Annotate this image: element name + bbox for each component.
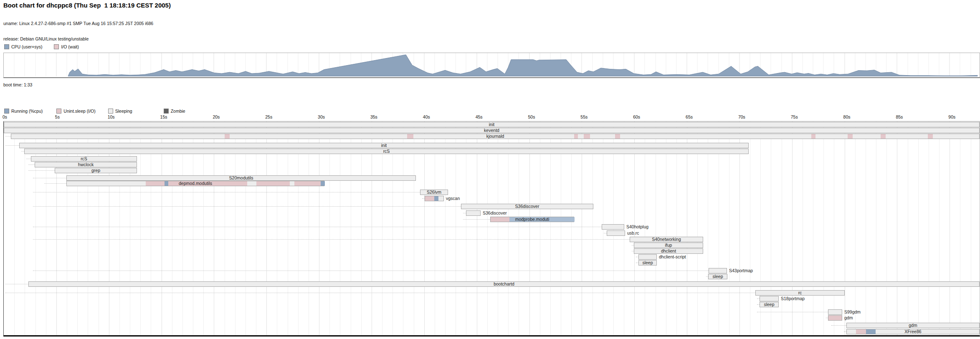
axis-tick-label: 15s xyxy=(160,114,167,119)
process-bar xyxy=(466,210,481,216)
process-label: vgscan xyxy=(446,196,460,201)
gridline xyxy=(813,121,813,335)
process-bar xyxy=(828,315,842,321)
legend-swatch-icon xyxy=(164,109,169,114)
cpu-chart-legend: CPU (user+sys)I/O (wait) xyxy=(4,44,91,49)
gridline xyxy=(971,121,971,335)
legend-label: Sleeping xyxy=(115,109,132,114)
axis-tick-label: 10s xyxy=(108,114,115,119)
axis-tick-label: 30s xyxy=(318,114,325,119)
legend-swatch-icon xyxy=(56,109,61,114)
process-label: dhclient-script xyxy=(659,254,686,260)
legend-item: Unint.sleep (I/O) xyxy=(56,109,95,114)
process-bar xyxy=(602,224,624,230)
process-label: ifup xyxy=(634,243,703,248)
axis-tick-label: 50s xyxy=(528,114,535,119)
tree-connector xyxy=(33,206,461,207)
gridline xyxy=(897,121,897,335)
boot-time-line: boot time: 1:33 xyxy=(3,82,153,87)
gridline xyxy=(750,121,750,335)
legend-label: Zombie xyxy=(171,109,185,114)
axis-tick-label: 80s xyxy=(843,114,851,119)
process-label: S36discover xyxy=(483,210,507,216)
process-label: usb.rc xyxy=(627,230,639,236)
axis-tick-label: 60s xyxy=(633,114,640,119)
axis-tick-label: 40s xyxy=(423,114,430,119)
tree-connector xyxy=(5,293,755,293)
legend-label: I/O (wait) xyxy=(61,44,79,49)
process-label: init xyxy=(4,122,980,127)
axis-tick-label: 85s xyxy=(896,114,903,119)
process-bar xyxy=(709,268,727,273)
process-gantt-chart: initkeventdkjournaldinitrcSrcShwclockgre… xyxy=(3,121,980,336)
process-label: rc xyxy=(755,290,845,296)
process-label: S18portmap xyxy=(781,296,805,301)
cpu-usage-area xyxy=(68,55,977,76)
page-title: Boot chart for dhcppc8 (Thu Sep 1 18:18:… xyxy=(3,2,171,9)
process-chart-legend: Running (%cpu)Unint.sleep (I/O)SleepingZ… xyxy=(4,109,197,114)
release-line: release: Debian GNU/Linux testing/unstab… xyxy=(3,36,153,41)
tree-connector xyxy=(21,151,24,152)
gridline xyxy=(960,121,960,335)
process-label: S99gdm xyxy=(844,309,861,315)
tree-connector xyxy=(26,159,31,159)
process-label: hwclock xyxy=(35,162,137,167)
process-label: S40hotplug xyxy=(626,224,648,230)
process-bar xyxy=(760,296,779,301)
process-label: XFree86 xyxy=(846,329,980,334)
gridline xyxy=(803,121,803,335)
gridline xyxy=(939,121,939,335)
legend-swatch-icon xyxy=(4,109,9,114)
axis-tick-label: 75s xyxy=(791,114,798,119)
tree-connector xyxy=(5,284,28,284)
process-bar xyxy=(828,309,842,315)
axis-tick-label: 20s xyxy=(213,114,220,119)
tree-connector xyxy=(33,227,602,227)
gridline xyxy=(866,121,866,335)
legend-item: Zombie xyxy=(164,109,185,114)
process-label: init xyxy=(19,143,749,148)
process-label: grep xyxy=(55,168,137,173)
legend-swatch-icon xyxy=(108,109,113,114)
gridline xyxy=(876,121,876,335)
axis-tick-label: 0s xyxy=(3,114,7,119)
tree-connector xyxy=(33,192,420,192)
process-label: S20modutils xyxy=(66,175,416,181)
process-label: sleep xyxy=(760,302,779,307)
process-label: rcS xyxy=(31,156,137,162)
tree-connector xyxy=(463,213,466,213)
legend-swatch-icon xyxy=(54,44,59,49)
process-label: depmod.modutils xyxy=(66,181,324,186)
process-bar xyxy=(638,254,657,260)
process-label: gdm xyxy=(844,315,853,321)
axis-tick-label: 5s xyxy=(55,114,60,119)
bootchart-page: Boot chart for dhcppc8 (Thu Sep 1 18:18:… xyxy=(0,0,980,339)
legend-item: I/O (wait) xyxy=(54,44,79,49)
time-axis: 0s5s10s15s20s25s30s35s40s45s50s55s60s65s… xyxy=(0,114,980,120)
tree-connector xyxy=(28,170,55,171)
process-label: S26lvm xyxy=(420,190,448,195)
axis-tick-label: 70s xyxy=(738,114,745,119)
legend-label: CPU (user+sys) xyxy=(11,44,42,49)
axis-tick-label: 55s xyxy=(580,114,587,119)
cpu-area-plot xyxy=(4,53,979,76)
process-label: dhclient xyxy=(634,248,703,254)
tree-connector xyxy=(757,312,828,312)
gridline xyxy=(855,121,856,335)
axis-tick-label: 35s xyxy=(370,114,377,119)
legend-swatch-icon xyxy=(4,44,9,49)
process-label: bootchartd xyxy=(28,281,980,287)
gridline xyxy=(792,121,793,335)
tree-connector xyxy=(33,178,66,178)
tree-connector xyxy=(831,325,846,326)
process-state-segment xyxy=(425,196,434,201)
axis-tick-label: 45s xyxy=(476,114,483,119)
axis-tick-label: 65s xyxy=(686,114,693,119)
uname-line: uname: Linux 2.4.27-2-686-smp #1 SMP Tue… xyxy=(3,21,153,26)
process-label: S40networking xyxy=(630,237,703,242)
tree-connector xyxy=(28,164,35,165)
process-label: sleep xyxy=(708,274,727,279)
tree-connector xyxy=(33,271,709,271)
process-label: sleep xyxy=(638,260,657,266)
tree-connector xyxy=(463,219,490,220)
